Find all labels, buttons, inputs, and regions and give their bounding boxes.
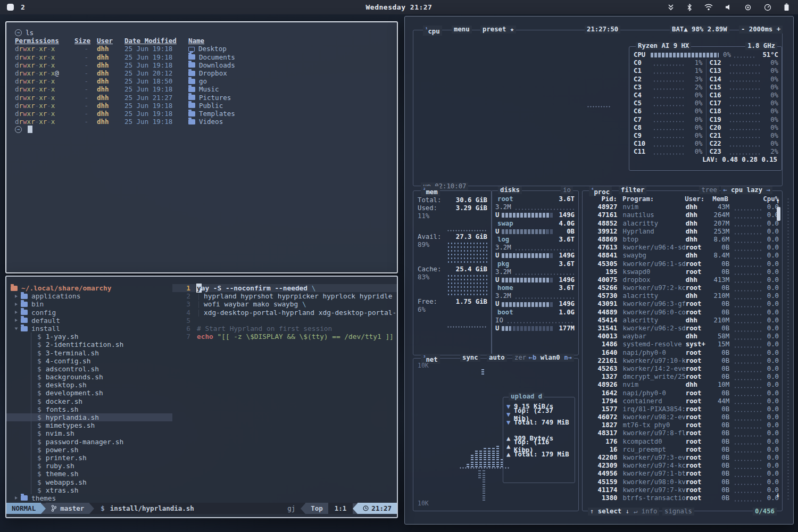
io-mode-button[interactable]: io	[561, 186, 573, 194]
preset-button[interactable]: preset ★	[480, 26, 516, 34]
process-row[interactable]: 46072 kworker/u98:2-ev root 0B 0.0	[583, 413, 782, 421]
tree-dir-default[interactable]: default	[6, 317, 172, 325]
file-name[interactable]: Downloads	[188, 61, 235, 69]
process-row[interactable]: 40013 waybar dhh 58M 0.0	[583, 332, 782, 340]
neovim-window[interactable]: ~/.local/share/omarchyapplicationsbincon…	[5, 276, 398, 518]
tree-dir-install[interactable]: install	[6, 325, 172, 332]
current-file[interactable]: $install/hyprlandia.sh	[101, 504, 194, 512]
process-row[interactable]: 45263 kworker/14:2-eve root 0B 0.0	[583, 365, 782, 373]
process-row[interactable]: 1794 containerd root 44M 0.0	[583, 397, 782, 405]
process-row[interactable]: 48926 nvim dhh 10M 0.0	[583, 381, 782, 389]
code-line[interactable]: 5	[172, 317, 397, 325]
file-name[interactable]: Dropbox	[188, 69, 227, 77]
code-line[interactable]: 6# Start Hyprland on first session	[172, 325, 397, 332]
gear-icon[interactable]	[744, 4, 752, 11]
tree-dir-bin[interactable]: bin	[6, 300, 172, 308]
tree-dir-themes[interactable]: themes	[6, 494, 172, 502]
terminal-window[interactable]: → ls Permissions Size User Date Modified…	[5, 21, 398, 273]
file-name[interactable]: Desktop	[188, 45, 227, 53]
net-stats-box: upload d ▼9.15 KiB/s▼Top: (2.37 Mib)▼Tot…	[503, 397, 575, 483]
cpu-box-title[interactable]: ¹cpu	[423, 26, 442, 36]
process-row[interactable]: 1486 systemd-resolve syst+ 15M 0.0	[583, 340, 782, 348]
wifi-icon[interactable]	[704, 4, 713, 11]
tree-root[interactable]: ~/.local/share/omarchy	[6, 284, 172, 292]
tree-dir-applications[interactable]: applications	[6, 292, 172, 300]
git-branch[interactable]: master	[46, 503, 89, 514]
process-row[interactable]: 1640 napi/phy0-0 root 0B 0.0	[583, 349, 782, 357]
process-row[interactable]: 45414 alacritty dhh 210M 0.0	[583, 317, 782, 325]
file-name[interactable]: Public	[188, 102, 223, 110]
proc-box-title[interactable]: ⁴proc	[589, 186, 612, 196]
process-row[interactable]: 1827 mt76-tx phy0 root 0B 0.0	[583, 421, 782, 429]
process-row[interactable]: 48852 alacritty dhh 207M 0.0	[583, 220, 782, 228]
proc-footer-select[interactable]: ↑ select ↓	[588, 508, 631, 516]
file-tree-pane[interactable]: ~/.local/share/omarchyapplicationsbincon…	[6, 277, 172, 502]
volume-icon[interactable]	[725, 4, 732, 11]
mem-stat-row: Cache:25.4 GiB	[413, 265, 492, 273]
net-stat-row: ▼Top: (2.37 Mib)	[503, 411, 575, 419]
process-row[interactable]: 39912 Hyprland dhh 253M 0.0	[583, 228, 782, 236]
btop-window[interactable]: ¹cpu menu preset ★ 21:27:50 BAT▲ 98% 2.8…	[404, 16, 794, 525]
file-name[interactable]: Templates	[188, 110, 235, 118]
prompt-line-2[interactable]: →	[15, 126, 397, 133]
code-line[interactable]: 1yay -S --noconfirm --needed \	[172, 284, 397, 292]
process-row[interactable]: 1577 irq/81-PIXA3854: root 0B 0.0	[583, 405, 782, 413]
scroll-up-indicator[interactable]: ↑	[776, 197, 780, 205]
proc-scrollbar-thumb[interactable]	[777, 207, 780, 221]
process-row[interactable]: 45266 kworker/u97:2-kc root 0B 0.0	[583, 284, 782, 292]
sort-selector[interactable]: ← cpu lazy →	[721, 186, 772, 194]
refresh-interval[interactable]: - 2000ms +	[739, 26, 783, 34]
proc-footer-signals[interactable]: signals	[662, 508, 694, 516]
bluetooth-icon[interactable]	[687, 4, 692, 11]
process-row[interactable]: 45159 kworker/u98:0-kv root 0B 0.0	[583, 478, 782, 486]
process-row[interactable]: 48317 kworker/u97:8-fl root 0B 0.0	[583, 429, 782, 437]
process-row[interactable]: 42208 kworker/u97:3-ev root 0B 0.0	[583, 454, 782, 462]
process-row[interactable]: 195 kswapd0 root 0B 0.0	[583, 268, 782, 276]
process-row[interactable]: 42309 kworker/u97:4-kc root 0B 0.0	[583, 462, 782, 470]
updates-icon[interactable]	[667, 4, 675, 11]
mem-box-title[interactable]: ²mem	[421, 186, 440, 196]
process-row[interactable]: 45305 kworker/u96:1-sd root 0B 0.0	[583, 260, 782, 268]
process-row[interactable]: 1327 dmcrypt_write/25 root 0B 0.0	[583, 373, 782, 381]
proc-header-row[interactable]: Pid: Program: User: MemB Cpu%	[583, 195, 782, 203]
scroll-down-indicator[interactable]: ↓	[776, 491, 780, 499]
process-row[interactable]: 40075 dropbox dhh 413M 0.0	[583, 276, 782, 284]
process-row[interactable]: 47613 kworker/u96:4-sd root 0B 0.0	[583, 244, 782, 252]
process-row[interactable]: 31541 kworker/u96:2-sd root 0B 0.0	[583, 325, 782, 332]
btop-scrollbar[interactable]	[787, 197, 789, 501]
process-row[interactable]: 43091 kworker/u96:3-gf root 0B 0.0	[583, 300, 782, 308]
process-row[interactable]: 48927 nvim dhh 43M 0.0	[583, 203, 782, 211]
code-line[interactable]: 2hyprland hyprshot hyprpicker hyprlock h…	[172, 292, 397, 300]
process-row[interactable]: 47161 nautilus dhh 264M 0.0	[583, 211, 782, 219]
tree-dir-config[interactable]: config	[6, 309, 172, 317]
editor-pane[interactable]: 1yay -S --noconfirm --needed \2hyprland …	[172, 277, 397, 502]
disks-box-title[interactable]: disks	[498, 186, 522, 194]
code-line[interactable]: 4xdg-desktop-portal-hyprland xdg-desktop…	[172, 309, 397, 317]
size: -	[74, 45, 88, 53]
proc-footer-info[interactable]: ↵ info	[631, 508, 659, 516]
process-row[interactable]: 48869 btop dhh 8.6M 0.0	[583, 236, 782, 244]
menu-button[interactable]: menu	[452, 26, 472, 34]
prompt-arrow-icon: →	[15, 126, 22, 133]
process-row[interactable]: 16 rcu_preempt root 0B 0.0	[583, 446, 782, 454]
file-name[interactable]: Music	[188, 85, 219, 93]
process-row[interactable]: 45730 alacritty dhh 210M 0.0	[583, 292, 782, 300]
file-name[interactable]: Videos	[188, 118, 223, 126]
process-row[interactable]: 44889 kworker/u96:0-co root 0B 0.0	[583, 309, 782, 317]
battery-icon[interactable]	[784, 3, 789, 11]
file-name[interactable]: Documents	[188, 53, 235, 61]
process-row[interactable]: 41174 kworker/u97:7-kv root 0B 0.0	[583, 486, 782, 494]
tree-button[interactable]: tree	[699, 186, 719, 194]
process-row[interactable]: 22161 kworker/u97:10-k root 0B 0.0	[583, 357, 782, 365]
gauge-icon[interactable]	[764, 4, 771, 11]
code-line[interactable]: 7echo "[[ -z \$DISPLAY && \$(tty) == /de…	[172, 332, 397, 340]
code-line[interactable]: 3wofi waybar mako swaybg \	[172, 300, 397, 308]
filter-button[interactable]: filter	[619, 186, 646, 194]
file-name[interactable]: Pictures	[188, 94, 231, 102]
process-row[interactable]: 48841 swaybg dhh 8.4M 0.0	[583, 252, 782, 260]
process-row[interactable]: 1642 napi/phy0-0 root 0B 0.0	[583, 389, 782, 397]
process-row[interactable]: 44956 kworker/u97:1-bt root 0B 0.0	[583, 470, 782, 478]
process-row[interactable]: 176 kcompactd0 root 0B 0.0	[583, 438, 782, 446]
process-row[interactable]: 1380 btrfs-transactio root 0B 0.0	[583, 494, 782, 502]
file-name[interactable]: go	[188, 77, 207, 85]
